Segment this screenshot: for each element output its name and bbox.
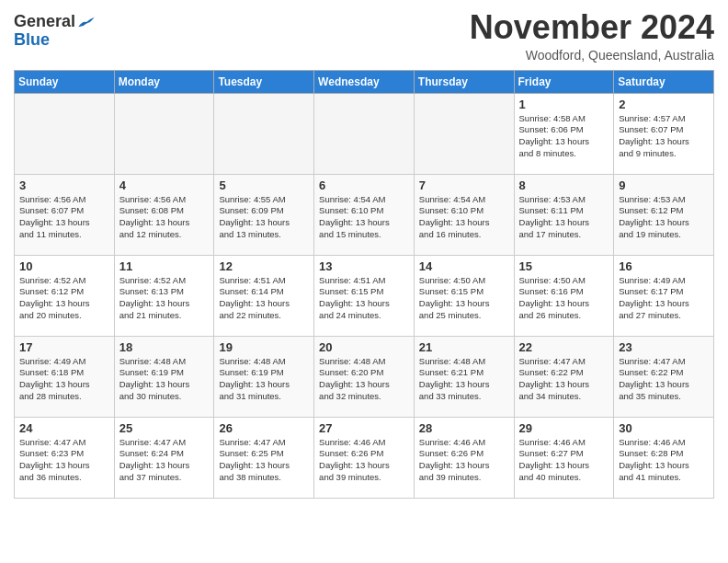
logo-blue-text: Blue xyxy=(14,31,50,50)
day-number: 22 xyxy=(519,340,609,354)
location: Woodford, Queensland, Australia xyxy=(470,48,714,63)
day-number: 19 xyxy=(219,340,309,354)
calendar-cell: 3Sunrise: 4:56 AM Sunset: 6:07 PM Daylig… xyxy=(15,174,115,255)
calendar-cell: 21Sunrise: 4:48 AM Sunset: 6:21 PM Dayli… xyxy=(414,336,514,417)
day-number: 8 xyxy=(519,178,609,192)
day-detail: Sunrise: 4:48 AM Sunset: 6:21 PM Dayligh… xyxy=(419,356,509,403)
day-detail: Sunrise: 4:47 AM Sunset: 6:22 PM Dayligh… xyxy=(619,356,709,403)
day-number: 4 xyxy=(119,178,210,192)
calendar-cell xyxy=(414,93,514,174)
calendar-cell: 25Sunrise: 4:47 AM Sunset: 6:24 PM Dayli… xyxy=(114,417,214,498)
calendar-week-2: 3Sunrise: 4:56 AM Sunset: 6:07 PM Daylig… xyxy=(15,174,714,255)
day-detail: Sunrise: 4:47 AM Sunset: 6:25 PM Dayligh… xyxy=(219,437,309,484)
calendar-cell: 16Sunrise: 4:49 AM Sunset: 6:17 PM Dayli… xyxy=(614,255,714,336)
day-number: 25 xyxy=(119,421,210,435)
col-header-friday: Friday xyxy=(514,70,614,93)
day-detail: Sunrise: 4:55 AM Sunset: 6:09 PM Dayligh… xyxy=(219,194,309,241)
day-number: 29 xyxy=(519,421,609,435)
calendar-cell: 14Sunrise: 4:50 AM Sunset: 6:15 PM Dayli… xyxy=(414,255,514,336)
calendar-cell: 2Sunrise: 4:57 AM Sunset: 6:07 PM Daylig… xyxy=(614,93,714,174)
day-detail: Sunrise: 4:53 AM Sunset: 6:12 PM Dayligh… xyxy=(619,194,709,241)
page: General Blue November 2024 Woodford, Que… xyxy=(0,0,728,512)
day-number: 24 xyxy=(19,421,109,435)
calendar-cell: 22Sunrise: 4:47 AM Sunset: 6:22 PM Dayli… xyxy=(514,336,614,417)
calendar-cell: 23Sunrise: 4:47 AM Sunset: 6:22 PM Dayli… xyxy=(614,336,714,417)
day-detail: Sunrise: 4:52 AM Sunset: 6:13 PM Dayligh… xyxy=(119,275,210,322)
day-detail: Sunrise: 4:49 AM Sunset: 6:17 PM Dayligh… xyxy=(619,275,709,322)
day-detail: Sunrise: 4:56 AM Sunset: 6:08 PM Dayligh… xyxy=(119,194,210,241)
day-detail: Sunrise: 4:58 AM Sunset: 6:06 PM Dayligh… xyxy=(519,113,609,160)
day-detail: Sunrise: 4:46 AM Sunset: 6:26 PM Dayligh… xyxy=(419,437,509,484)
calendar-cell: 12Sunrise: 4:51 AM Sunset: 6:14 PM Dayli… xyxy=(214,255,314,336)
day-number: 11 xyxy=(119,259,210,273)
month-title: November 2024 xyxy=(470,9,714,46)
day-detail: Sunrise: 4:46 AM Sunset: 6:27 PM Dayligh… xyxy=(519,437,609,484)
title-area: November 2024 Woodford, Queensland, Aust… xyxy=(470,9,714,63)
day-detail: Sunrise: 4:47 AM Sunset: 6:22 PM Dayligh… xyxy=(519,356,609,403)
day-detail: Sunrise: 4:57 AM Sunset: 6:07 PM Dayligh… xyxy=(619,113,709,160)
calendar-cell: 9Sunrise: 4:53 AM Sunset: 6:12 PM Daylig… xyxy=(614,174,714,255)
col-header-monday: Monday xyxy=(114,70,214,93)
calendar-cell: 1Sunrise: 4:58 AM Sunset: 6:06 PM Daylig… xyxy=(514,93,614,174)
logo-general: General xyxy=(14,12,75,30)
calendar-cell xyxy=(114,93,214,174)
calendar-cell: 29Sunrise: 4:46 AM Sunset: 6:27 PM Dayli… xyxy=(514,417,614,498)
day-detail: Sunrise: 4:47 AM Sunset: 6:23 PM Dayligh… xyxy=(19,437,109,484)
col-header-saturday: Saturday xyxy=(614,70,714,93)
calendar-cell: 27Sunrise: 4:46 AM Sunset: 6:26 PM Dayli… xyxy=(314,417,415,498)
day-detail: Sunrise: 4:48 AM Sunset: 6:19 PM Dayligh… xyxy=(219,356,309,403)
calendar-cell: 8Sunrise: 4:53 AM Sunset: 6:11 PM Daylig… xyxy=(514,174,614,255)
calendar-cell: 28Sunrise: 4:46 AM Sunset: 6:26 PM Dayli… xyxy=(414,417,514,498)
day-number: 6 xyxy=(319,178,409,192)
calendar-cell: 10Sunrise: 4:52 AM Sunset: 6:12 PM Dayli… xyxy=(15,255,115,336)
day-detail: Sunrise: 4:54 AM Sunset: 6:10 PM Dayligh… xyxy=(419,194,509,241)
day-number: 20 xyxy=(319,340,409,354)
col-header-thursday: Thursday xyxy=(414,70,514,93)
day-number: 7 xyxy=(419,178,509,192)
calendar-cell: 15Sunrise: 4:50 AM Sunset: 6:16 PM Dayli… xyxy=(514,255,614,336)
day-number: 2 xyxy=(619,98,709,111)
calendar-header-row: SundayMondayTuesdayWednesdayThursdayFrid… xyxy=(15,70,714,93)
day-detail: Sunrise: 4:46 AM Sunset: 6:28 PM Dayligh… xyxy=(619,437,709,484)
header: General Blue November 2024 Woodford, Que… xyxy=(14,9,714,63)
day-number: 16 xyxy=(619,259,709,273)
day-number: 23 xyxy=(619,340,709,354)
logo-bird-icon xyxy=(77,16,96,29)
calendar-week-5: 24Sunrise: 4:47 AM Sunset: 6:23 PM Dayli… xyxy=(15,417,714,498)
calendar-cell: 19Sunrise: 4:48 AM Sunset: 6:19 PM Dayli… xyxy=(214,336,314,417)
calendar-cell: 11Sunrise: 4:52 AM Sunset: 6:13 PM Dayli… xyxy=(114,255,214,336)
logo-blue: Blue xyxy=(14,30,50,49)
day-detail: Sunrise: 4:53 AM Sunset: 6:11 PM Dayligh… xyxy=(519,194,609,241)
calendar-cell xyxy=(314,93,415,174)
day-number: 1 xyxy=(519,98,609,111)
calendar-cell: 17Sunrise: 4:49 AM Sunset: 6:18 PM Dayli… xyxy=(15,336,115,417)
calendar-cell: 18Sunrise: 4:48 AM Sunset: 6:19 PM Dayli… xyxy=(114,336,214,417)
calendar-cell: 20Sunrise: 4:48 AM Sunset: 6:20 PM Dayli… xyxy=(314,336,415,417)
calendar-cell xyxy=(15,93,115,174)
day-detail: Sunrise: 4:48 AM Sunset: 6:19 PM Dayligh… xyxy=(119,356,210,403)
day-number: 3 xyxy=(19,178,109,192)
col-header-wednesday: Wednesday xyxy=(314,70,415,93)
day-number: 18 xyxy=(119,340,210,354)
calendar-cell: 4Sunrise: 4:56 AM Sunset: 6:08 PM Daylig… xyxy=(114,174,214,255)
day-detail: Sunrise: 4:47 AM Sunset: 6:24 PM Dayligh… xyxy=(119,437,210,484)
calendar-cell: 5Sunrise: 4:55 AM Sunset: 6:09 PM Daylig… xyxy=(214,174,314,255)
day-detail: Sunrise: 4:50 AM Sunset: 6:16 PM Dayligh… xyxy=(519,275,609,322)
logo-text: General xyxy=(14,13,75,31)
day-number: 10 xyxy=(19,259,109,273)
logo: General Blue xyxy=(14,13,96,50)
calendar-week-1: 1Sunrise: 4:58 AM Sunset: 6:06 PM Daylig… xyxy=(15,93,714,174)
day-number: 14 xyxy=(419,259,509,273)
day-number: 30 xyxy=(619,421,709,435)
day-detail: Sunrise: 4:56 AM Sunset: 6:07 PM Dayligh… xyxy=(19,194,109,241)
col-header-tuesday: Tuesday xyxy=(214,70,314,93)
day-detail: Sunrise: 4:51 AM Sunset: 6:14 PM Dayligh… xyxy=(219,275,309,322)
day-detail: Sunrise: 4:49 AM Sunset: 6:18 PM Dayligh… xyxy=(19,356,109,403)
day-detail: Sunrise: 4:50 AM Sunset: 6:15 PM Dayligh… xyxy=(419,275,509,322)
day-number: 9 xyxy=(619,178,709,192)
day-number: 21 xyxy=(419,340,509,354)
calendar-cell: 30Sunrise: 4:46 AM Sunset: 6:28 PM Dayli… xyxy=(614,417,714,498)
day-detail: Sunrise: 4:46 AM Sunset: 6:26 PM Dayligh… xyxy=(319,437,409,484)
day-number: 12 xyxy=(219,259,309,273)
day-number: 26 xyxy=(219,421,309,435)
